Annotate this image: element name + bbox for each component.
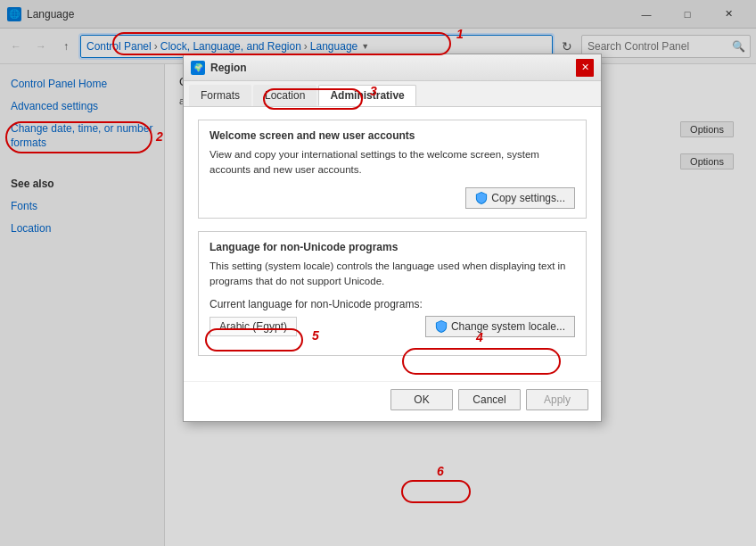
copy-settings-label: Copy settings... (491, 192, 565, 204)
tab-administrative[interactable]: Administrative (318, 85, 415, 106)
shield-icon-locale (435, 320, 448, 333)
cancel-button[interactable]: Cancel (458, 389, 521, 410)
dialog-tab-bar: Formats Location Administrative (184, 81, 601, 107)
dialog-title-bar: 🌍 Region ✕ (184, 54, 601, 81)
dialog-footer: OK Cancel Apply (184, 381, 601, 421)
dialog-icon: 🌍 (191, 61, 205, 75)
shield-icon (475, 192, 488, 204)
change-locale-label: Change system locale... (451, 320, 565, 333)
apply-button[interactable]: Apply (526, 389, 588, 410)
region-dialog: 🌍 Region ✕ Formats Location Administrati… (183, 54, 602, 422)
dialog-body: Welcome screen and new user accounts Vie… (184, 107, 601, 381)
change-system-locale-button[interactable]: Change system locale... (425, 316, 575, 337)
dialog-close-button[interactable]: ✕ (576, 59, 594, 77)
ok-button[interactable]: OK (390, 389, 453, 410)
tab-location[interactable]: Location (253, 85, 316, 106)
unicode-section-desc: This setting (system locale) controls th… (210, 259, 575, 290)
lang-value-row: Arabic (Egypt) Change system locale... (210, 316, 575, 337)
tab-formats[interactable]: Formats (189, 85, 251, 106)
copy-settings-button[interactable]: Copy settings... (465, 187, 575, 209)
unicode-section-title: Language for non-Unicode programs (210, 241, 575, 253)
unicode-section: Language for non-Unicode programs This s… (198, 231, 587, 357)
current-lang-label: Current language for non-Unicode program… (210, 298, 575, 310)
current-locale-value: Arabic (Egypt) (210, 317, 297, 336)
welcome-section-desc: View and copy your international setting… (210, 147, 575, 178)
welcome-section-title: Welcome screen and new user accounts (210, 129, 575, 142)
dialog-title: Region (210, 62, 576, 74)
welcome-section: Welcome screen and new user accounts Vie… (198, 120, 587, 219)
